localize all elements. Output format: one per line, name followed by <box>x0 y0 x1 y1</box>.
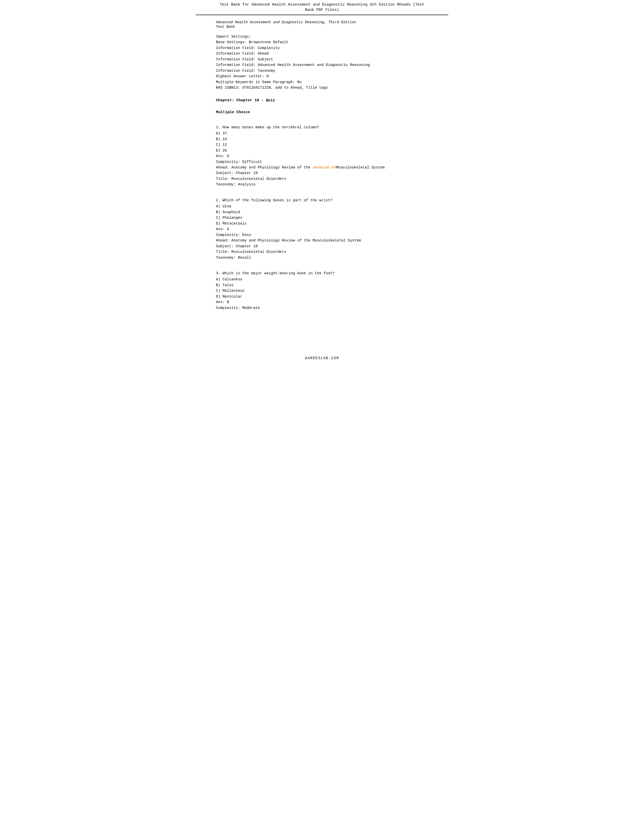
import-settings: Import Settings: Base Settings: Brownsto… <box>216 34 428 91</box>
question-1-title: Title: Musculoskeletal Disorders <box>216 176 428 182</box>
question-2-option-a: A) Ulna <box>216 204 428 209</box>
watermark-text-1: GRADESLAB.COM <box>313 166 336 170</box>
header-title-line2: Bank PDF Files) <box>305 8 339 12</box>
book-title: Advanced Health Assessment and Diagnosti… <box>216 20 428 24</box>
section-heading: Multiple Choice <box>216 110 428 115</box>
question-2-option-c: C) Phalanges <box>216 215 428 220</box>
question-2-subject: Subject: Chapter 18 <box>216 244 428 249</box>
question-2-text: 2. Which of the following bones is part … <box>216 197 428 203</box>
import-line-6: Information Field: Taxonomy <box>216 68 428 73</box>
question-1-complexity: Complexity: Difficult <box>216 159 428 165</box>
question-1-taxonomy: Taxonomy: Analysis <box>216 182 428 187</box>
import-line-8: Multiple Keywords in Same Paragraph: No <box>216 79 428 85</box>
question-1-option-b: B) 24 <box>216 136 428 142</box>
import-line-1: Base Settings: Brownstone Default <box>216 39 428 45</box>
question-2-ahead: Ahead: Anatomy and Physiology Review of … <box>216 238 428 243</box>
question-2-title: Title: Musculoskeletal Disorders <box>216 249 428 255</box>
question-1-subject: Subject: Chapter 18 <box>216 170 428 176</box>
question-3-text: 3. Which is the major weight-bearing bon… <box>216 270 428 276</box>
question-1-option-d: D) 26 <box>216 148 428 153</box>
question-2-complexity: Complexity: Easy <box>216 232 428 238</box>
chapter-heading: Chapter: Chapter 18 - Quiz <box>216 98 428 103</box>
question-2-taxonomy: Taxonomy: Recall <box>216 255 428 260</box>
question-3-complexity: Complexity: Moderate <box>216 305 428 311</box>
question-3-option-a: A) Calcaneus <box>216 276 428 282</box>
footer: GARDESLAB.COM <box>196 351 448 365</box>
question-2-option-d: D) Metacarpals <box>216 221 428 226</box>
import-line-2: Information Field: Complexity <box>216 45 428 51</box>
question-3-option-b: B) Talus <box>216 282 428 288</box>
page-header: Test Bank for Advanced Health Assessment… <box>196 0 448 15</box>
question-3-answer: Ans: B <box>216 299 428 305</box>
import-line-3: Information Field: Ahead <box>216 51 428 56</box>
import-line-9: NAS ISBN13: 9781284171228, add to Ahead,… <box>216 85 428 91</box>
book-info: Advanced Health Assessment and Diagnosti… <box>216 20 428 29</box>
question-1-ahead: Ahead: Anatomy and Physiology Review of … <box>216 165 428 170</box>
question-2-answer: Ans: A <box>216 226 428 232</box>
question-3-option-d: D) Navicular <box>216 294 428 299</box>
import-line-5: Information Field: Advanced Health Asses… <box>216 62 428 68</box>
question-1-text: 1. How many bones make up the vertebral … <box>216 124 428 130</box>
test-bank-label: Test Bank <box>216 25 428 29</box>
question-3: 3. Which is the major weight-bearing bon… <box>216 270 428 311</box>
import-line-4: Information Field: Subject <box>216 57 428 62</box>
question-3-option-c: C) Malleoleus <box>216 288 428 294</box>
import-line-7: Highest Answer Letter: D <box>216 73 428 79</box>
question-1: 1. How many bones make up the vertebral … <box>216 124 428 187</box>
question-1-answer: Ans: D <box>216 153 428 159</box>
header-title-line1: Test Bank for Advanced Health Assessment… <box>220 3 424 7</box>
question-2-option-b: B) Scaphoid <box>216 209 428 215</box>
import-settings-label: Import Settings: <box>216 34 428 39</box>
footer-label: GARDESLAB.COM <box>305 356 339 360</box>
question-2: 2. Which of the following bones is part … <box>216 197 428 260</box>
content-area: Advanced Health Assessment and Diagnosti… <box>196 15 448 336</box>
question-1-option-a: A) 37 <box>216 131 428 136</box>
question-1-option-c: C) 12 <box>216 142 428 147</box>
header-title: Test Bank for Advanced Health Assessment… <box>200 2 444 13</box>
